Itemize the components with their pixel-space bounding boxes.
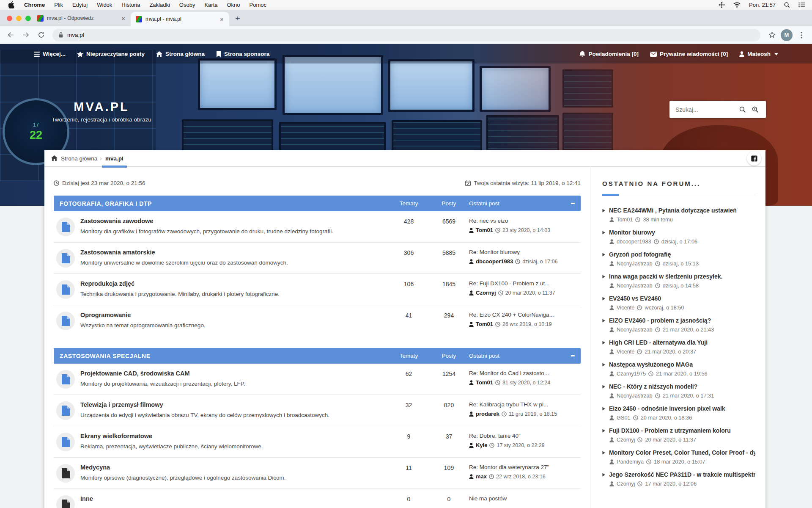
last-post-link[interactable]: Re: Monitor do Cad i zastosto...: [469, 370, 575, 376]
column-last-post: Ostatni post: [469, 200, 499, 207]
last-post-link[interactable]: Re: Dobre, tanie 40": [469, 433, 575, 439]
tab-close-icon[interactable]: ×: [120, 15, 126, 22]
nav-item[interactable]: Prywatne wiadomości [0]: [650, 51, 728, 57]
category-name[interactable]: FOTOGRAFIA, GRAFIKA I DTP: [60, 200, 389, 207]
menubar-item-osoby[interactable]: Osoby: [175, 0, 200, 10]
content-card: Strona główna › mva.pl Dzisiaj jest 23 m…: [44, 150, 765, 508]
forward-button[interactable]: [19, 29, 32, 41]
reload-button[interactable]: [35, 29, 47, 41]
minimize-window-button[interactable]: [16, 16, 22, 21]
menubar-item-historia[interactable]: Historia: [117, 0, 145, 10]
last-post-user-link[interactable]: prodarek: [476, 411, 499, 417]
recent-topic-link[interactable]: Następca wysłużonego MAGa: [609, 361, 693, 368]
last-post-link[interactable]: Re: nec vs eizo: [469, 218, 575, 224]
menubar-clock[interactable]: Pon. 21:57: [749, 2, 776, 8]
spotlight-icon[interactable]: [784, 2, 790, 8]
bookmark-star-button[interactable]: [765, 29, 778, 41]
last-post-user-link[interactable]: dbcooper1983: [476, 258, 513, 265]
recent-topic-link[interactable]: Monitor biurowy: [609, 229, 655, 236]
menubar-item-okno[interactable]: Okno: [222, 0, 245, 10]
forum-title-link[interactable]: Medycyna: [80, 463, 110, 471]
recent-topic-user: Czarny1975: [617, 370, 646, 377]
breadcrumb-current[interactable]: mva.pl: [104, 150, 124, 167]
last-post-link[interactable]: Re: Kalibracja trybu THX w pl...: [469, 401, 575, 408]
recent-topic-link[interactable]: Inna waga paczki w śledzeniu przesyłek.: [609, 273, 722, 280]
last-post-user-link[interactable]: Czornyj: [476, 290, 496, 296]
forum-title-link[interactable]: Projektowanie CAD, środowiska CAM: [80, 369, 190, 377]
forum-title-link[interactable]: Oprogramowanie: [80, 311, 131, 318]
move-arrows-icon[interactable]: [719, 2, 725, 8]
recent-topic-link[interactable]: Eizo 2450 - odnośnie inversion pixel wal…: [609, 405, 725, 412]
forum-title-link[interactable]: Ekrany wielkoformatowe: [80, 432, 152, 439]
file-icon: [62, 437, 70, 447]
recent-topic-link[interactable]: Gryzoń pod fotografię: [609, 251, 671, 258]
menubar-item-widok[interactable]: Widok: [92, 0, 117, 10]
last-post-user-link[interactable]: max: [476, 473, 487, 480]
forum-title-link[interactable]: Reprodukcja zdjęć: [80, 279, 134, 287]
search-submit-button[interactable]: [736, 103, 749, 116]
chrome-menu-button[interactable]: [795, 29, 808, 41]
nav-item[interactable]: Więcej...: [34, 51, 66, 57]
forum-page: 17 22 Więcej...Nieprzeczytane postyStron…: [0, 44, 812, 508]
advanced-search-button[interactable]: [749, 103, 762, 116]
clock-icon: [637, 305, 642, 310]
clock-icon: [633, 415, 638, 420]
tab-close-icon[interactable]: ×: [219, 16, 225, 23]
forum-title-link[interactable]: Inne: [80, 494, 93, 502]
category-name[interactable]: ZASTOSOWANIA SPECJALNE: [60, 353, 389, 359]
new-tab-button[interactable]: +: [232, 13, 244, 25]
last-post-link[interactable]: Re: Montor dla weterynarza 27": [469, 464, 575, 470]
recent-topic-link[interactable]: Fuji DX100 - Problem z utrzymaniem kolor…: [609, 427, 731, 434]
last-visit: Twoja ostatnia wizyta: 11 lip 2019, o 12…: [465, 180, 581, 186]
recent-topic-link[interactable]: Jego Szerokość NEC PA311D - w trakcie mu…: [609, 471, 755, 478]
collapse-category-button[interactable]: [568, 203, 575, 204]
forum-title-link[interactable]: Zastosowania zawodowe: [80, 217, 153, 224]
forum-title-link[interactable]: Zastosowania amatorskie: [80, 248, 155, 256]
forum-title-link[interactable]: Telewizja i przemysł filmowy: [80, 400, 163, 408]
menubar-item-karta[interactable]: Karta: [200, 0, 222, 10]
wifi-icon[interactable]: [733, 2, 741, 8]
address-bar[interactable]: mva.pl: [52, 29, 760, 41]
nav-item[interactable]: Strona sponsora: [216, 51, 269, 57]
collapse-category-button[interactable]: [568, 355, 575, 356]
breadcrumb-home-link[interactable]: Strona główna: [51, 155, 97, 162]
recent-topic-link[interactable]: Monitory Color Preset, Color Tuned, Colo…: [609, 449, 755, 456]
zoom-window-button[interactable]: [25, 16, 31, 21]
close-window-button[interactable]: [7, 16, 12, 21]
last-post-link[interactable]: Re: Fuji DX100 - Problem z ut...: [469, 280, 575, 287]
profile-avatar[interactable]: M: [781, 29, 793, 41]
recent-topic-link[interactable]: NEC - Który z niższych modeli?: [609, 383, 697, 390]
menubar-item-pomoc[interactable]: Pomoc: [245, 0, 271, 10]
facebook-button[interactable]: [747, 151, 761, 166]
last-post-user-link[interactable]: Tom01: [476, 379, 493, 386]
last-post-link[interactable]: Re: Eizo CX 240 + ColorNaviga...: [469, 312, 575, 318]
last-post-user-link[interactable]: Tom01: [476, 227, 493, 233]
browser-tab[interactable]: mva.pl - Odpowiedz×: [32, 10, 131, 26]
nav-item[interactable]: Strona główna: [156, 51, 205, 57]
file-icon: [62, 284, 70, 295]
menubar-item-plik[interactable]: Plik: [49, 0, 68, 10]
back-button[interactable]: [4, 29, 17, 41]
clock-icon: [637, 437, 642, 442]
last-post-user-link[interactable]: Tom01: [476, 321, 493, 327]
window-controls: [7, 16, 31, 21]
nav-item[interactable]: Nieprzeczytane posty: [77, 51, 145, 57]
nav-item[interactable]: Mateosh: [739, 51, 778, 57]
search-input[interactable]: [675, 106, 736, 113]
menubar-item-chrome[interactable]: Chrome: [19, 0, 49, 10]
recent-topic-link[interactable]: EIZO EV2460 - problem z jasnością?: [609, 317, 711, 324]
recent-topic-link[interactable]: High CRI LED - alternatywa dla Yuji: [609, 339, 708, 346]
forum-status-icon: [56, 280, 75, 299]
recent-topic-link[interactable]: EV2450 vs EV2460: [609, 295, 661, 302]
last-post-link[interactable]: Re: Monitor biurowy: [469, 249, 575, 255]
last-post-user-link[interactable]: Kyle: [476, 442, 487, 448]
nav-item[interactable]: Powiadomienia [0]: [579, 51, 639, 57]
browser-tab[interactable]: mva.pl - mva.pl×: [131, 12, 229, 26]
breadcrumb-active-indicator: [102, 166, 127, 168]
apple-menu[interactable]: [7, 0, 19, 10]
notification-center-icon[interactable]: [798, 2, 805, 8]
menubar-item-zakładki[interactable]: Zakładki: [145, 0, 174, 10]
user-icon: [739, 51, 744, 57]
menubar-item-edytuj[interactable]: Edytuj: [68, 0, 92, 10]
recent-topic-link[interactable]: NEC EA244WMi , Pytania dotyczące ustawie…: [609, 207, 737, 214]
